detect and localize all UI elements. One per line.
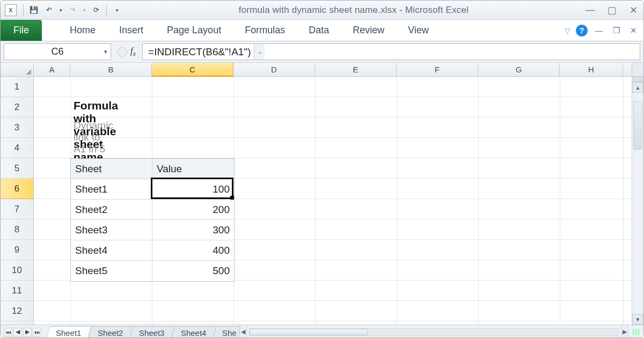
cell-sheet[interactable]: Sheet3 xyxy=(71,220,152,240)
ribbon-tab-page-layout[interactable]: Page Layout xyxy=(155,20,233,41)
data-table: Sheet Value Sheet1 100 Sheet2 200 Sheet3… xyxy=(70,158,235,282)
row-header-6[interactable]: 6 xyxy=(1,179,33,199)
sheet-tab[interactable]: Sheet4 xyxy=(171,326,216,338)
ribbon-tab-view[interactable]: View xyxy=(396,20,441,41)
cell-value[interactable]: 500 xyxy=(152,261,234,281)
column-header-G[interactable]: G xyxy=(478,63,560,76)
repeat-button[interactable]: ⟳ xyxy=(90,4,102,16)
table-header-sheet: Sheet xyxy=(71,159,152,179)
close-button[interactable]: ✕ xyxy=(627,4,639,16)
quick-access-toolbar: X 💾 ↶ ▾ ↷ ▾ ⟳ ▾ xyxy=(5,4,123,16)
redo-button[interactable]: ↷ xyxy=(67,4,78,16)
excel-icon: X xyxy=(5,4,17,16)
window-title: formula with dynamic sheet name.xlsx - M… xyxy=(123,5,584,16)
scroll-split-top[interactable] xyxy=(632,63,643,76)
table-row: Sheet5 500 xyxy=(71,261,234,281)
undo-button[interactable]: ↶ xyxy=(43,4,55,16)
column-header-B[interactable]: B xyxy=(70,63,152,76)
table-row: Sheet4 400 xyxy=(71,240,234,261)
vertical-scrollbar[interactable]: ▲ ▼ xyxy=(632,77,643,325)
row-header-2[interactable]: 2 xyxy=(1,97,33,117)
column-header-A[interactable]: A xyxy=(34,63,70,76)
row-header-8[interactable]: 8 xyxy=(1,219,33,240)
formula-input[interactable]: =INDIRECT(B6&"!A1") ⌄ xyxy=(142,43,640,60)
row-header-11[interactable]: 11 xyxy=(1,281,33,301)
row-header-12[interactable]: 12 xyxy=(1,301,33,321)
table-row: Sheet1 100 xyxy=(71,179,234,200)
table-row: Sheet2 200 xyxy=(71,200,234,220)
status-right xyxy=(628,325,643,338)
row-header-10[interactable]: 10 xyxy=(1,260,33,281)
ribbon-tab-formulas[interactable]: Formulas xyxy=(233,20,297,41)
ribbon-tab-insert[interactable]: Insert xyxy=(107,20,155,41)
ribbon-tab-home[interactable]: Home xyxy=(58,20,107,41)
sheet-nav-first[interactable]: ⏮ xyxy=(4,328,12,336)
column-header-F[interactable]: F xyxy=(397,63,478,76)
select-all-button[interactable] xyxy=(1,63,34,76)
sheet-tab[interactable]: Sheet2 xyxy=(88,326,133,338)
file-tab[interactable]: File xyxy=(1,20,42,41)
row-header-7[interactable]: 7 xyxy=(1,199,33,219)
sheet-tab[interactable]: Sheet3 xyxy=(129,326,174,338)
sheet-nav-last[interactable]: ⏭ xyxy=(33,328,41,336)
cancel-icon[interactable] xyxy=(118,47,127,57)
sheet-nav-prev[interactable]: ◀ xyxy=(13,328,22,336)
row-headers: 123456789101112 xyxy=(1,77,34,325)
row-header-3[interactable]: 3 xyxy=(1,117,33,138)
ribbon-tab-review[interactable]: Review xyxy=(341,20,396,41)
formula-expand-icon[interactable]: ⌄ xyxy=(254,44,265,60)
vscroll-thumb[interactable] xyxy=(633,101,642,150)
name-box-dropdown-icon[interactable]: ▾ xyxy=(104,48,107,55)
column-headers: ABCDEFGH xyxy=(1,63,643,77)
column-header-E[interactable]: E xyxy=(315,63,397,76)
horizontal-scrollbar[interactable] xyxy=(247,325,621,338)
ribbon-minimize-icon[interactable]: ▽ xyxy=(565,26,570,35)
help-button[interactable]: ? xyxy=(576,25,588,36)
workbook-restore[interactable]: ❐ xyxy=(610,26,622,35)
undo-dropdown[interactable]: ▾ xyxy=(58,4,63,16)
table-row: Sheet3 300 xyxy=(71,220,234,240)
workbook-minimize[interactable]: — xyxy=(593,26,605,35)
workbook-close[interactable]: ✕ xyxy=(627,26,639,35)
titlebar: X 💾 ↶ ▾ ↷ ▾ ⟳ ▾ formula with dynamic she… xyxy=(1,1,643,20)
column-header-C[interactable]: C xyxy=(152,63,233,77)
column-header-D[interactable]: D xyxy=(233,63,315,76)
row-header-5[interactable]: 5 xyxy=(1,158,33,179)
cells-area[interactable]: Formula with variable sheet name Dynamic… xyxy=(34,77,643,325)
cell-sheet[interactable]: Sheet4 xyxy=(71,240,152,261)
sheet-tab[interactable]: Sheet1 xyxy=(46,326,91,338)
redo-dropdown[interactable]: ▾ xyxy=(82,4,87,16)
view-normal-icon[interactable] xyxy=(633,329,639,335)
column-header-H[interactable]: H xyxy=(560,63,623,76)
window-controls: — ▢ ✕ xyxy=(584,4,639,16)
save-button[interactable]: 💾 xyxy=(28,4,40,16)
formula-text: =INDIRECT(B6&"!A1") xyxy=(148,46,251,58)
formula-bar: C6 ▾ fx =INDIRECT(B6&"!A1") ⌄ xyxy=(1,41,643,63)
table-header-value: Value xyxy=(152,159,234,179)
sheet-tabs: Sheet1 Sheet2 Sheet3 Sheet4 She xyxy=(45,325,239,338)
cell-value[interactable]: 200 xyxy=(152,200,234,220)
sheet-tab[interactable]: She xyxy=(213,326,241,338)
cell-value[interactable]: 400 xyxy=(152,240,234,261)
hscroll-right[interactable]: ▶ xyxy=(621,325,628,338)
name-box-value: C6 xyxy=(51,46,63,57)
cell-sheet[interactable]: Sheet5 xyxy=(71,261,152,281)
ribbon-tab-data[interactable]: Data xyxy=(297,20,341,41)
minimize-button[interactable]: — xyxy=(584,4,596,16)
name-box[interactable]: C6 ▾ xyxy=(4,43,111,60)
cell-sheet[interactable]: Sheet2 xyxy=(71,200,152,220)
row-header-9[interactable]: 9 xyxy=(1,240,33,260)
fx-controls: fx xyxy=(114,43,139,60)
row-header-4[interactable]: 4 xyxy=(1,138,33,158)
ribbon: File Home Insert Page Layout Formulas Da… xyxy=(1,20,643,41)
cell-sheet[interactable]: Sheet1 xyxy=(71,179,152,200)
sheet-nav-next[interactable]: ▶ xyxy=(23,328,32,336)
qat-customize[interactable]: ▾ xyxy=(111,4,123,16)
maximize-button[interactable]: ▢ xyxy=(606,4,618,16)
hscroll-thumb[interactable] xyxy=(250,329,368,335)
row-header-1[interactable]: 1 xyxy=(1,77,33,97)
fx-icon[interactable]: fx xyxy=(130,46,136,58)
cell-value[interactable]: 100 xyxy=(152,179,234,200)
cell-value[interactable]: 300 xyxy=(152,220,234,240)
table-header-row: Sheet Value xyxy=(71,159,234,179)
